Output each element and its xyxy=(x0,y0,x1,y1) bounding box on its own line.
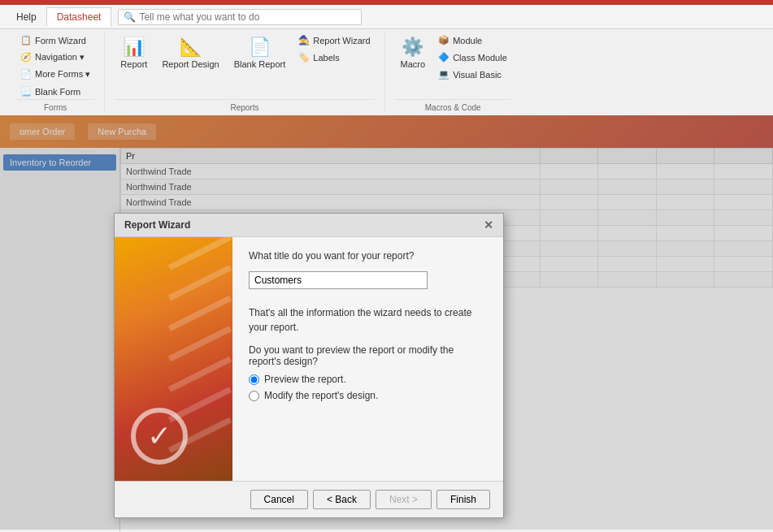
dialog-title: Report Wizard xyxy=(124,219,190,231)
reports-group-label: Reports xyxy=(115,99,374,112)
wizard-image-panel: ✓ xyxy=(115,237,232,481)
ribbon-group-forms: 📋 Form Wizard 🧭 Navigation ▾ 📄 More Form… xyxy=(7,32,105,112)
macro-button[interactable]: ⚙️ Macro xyxy=(395,32,432,73)
class-module-button[interactable]: 🔷 Class Module xyxy=(434,50,511,65)
ribbon-group-reports: 📊 Report 📐 Report Design 📄 Blank Report … xyxy=(105,32,384,112)
navigation-icon: 🧭 xyxy=(20,52,32,63)
macros-col-small: 📦 Module 🔷 Class Module 💻 Visual Basic xyxy=(434,32,511,82)
ribbon-tabs: Help Datasheet 🔍 xyxy=(0,5,773,29)
back-button[interactable]: < Back xyxy=(313,490,371,509)
macros-group-label: Macros & Code xyxy=(395,99,511,112)
report-icon: 📊 xyxy=(123,37,145,58)
blank-form-icon: 📃 xyxy=(20,86,32,97)
wizard-content: What title do you want for your report? … xyxy=(232,237,503,481)
forms-group-label: Forms xyxy=(16,99,94,112)
search-icon: 🔍 xyxy=(124,11,136,23)
radio-preview[interactable]: Preview the report. xyxy=(249,374,487,385)
dialog-footer: Cancel < Back Next > Finish xyxy=(115,481,503,517)
tab-help[interactable]: Help xyxy=(7,8,46,26)
tab-datasheet[interactable]: Datasheet xyxy=(46,7,112,27)
radio-modify-label: Modify the report's design. xyxy=(264,390,378,401)
finish-button[interactable]: Finish xyxy=(436,490,490,509)
radio-preview-input[interactable] xyxy=(249,374,259,385)
report-button[interactable]: 📊 Report xyxy=(115,32,153,73)
radio-preview-label: Preview the report. xyxy=(264,374,346,385)
radio-modify-input[interactable] xyxy=(249,391,259,401)
blank-form-button[interactable]: 📃 Blank Form xyxy=(16,84,94,99)
more-forms-icon: 📄 xyxy=(20,69,32,80)
labels-icon: 🏷️ xyxy=(298,52,310,63)
reports-col-small: 🧙 Report Wizard 🏷️ Labels xyxy=(294,32,374,65)
report-design-button[interactable]: 📐 Report Design xyxy=(156,32,224,73)
app-area: omer Order New Purcha Inventory to Reord… xyxy=(0,115,773,530)
ribbon-group-macros: ⚙️ Macro 📦 Module 🔷 Class Module 💻 Visua… xyxy=(385,32,521,112)
report-wizard-button[interactable]: 🧙 Report Wizard xyxy=(294,32,374,48)
dialog-close-button[interactable]: ✕ xyxy=(484,218,493,231)
svg-line-3 xyxy=(170,329,231,360)
dialog-titlebar: Report Wizard ✕ xyxy=(115,214,503,237)
next-button[interactable]: Next > xyxy=(376,490,432,509)
macro-icon: ⚙️ xyxy=(402,37,423,58)
ribbon-content: 📋 Form Wizard 🧭 Navigation ▾ 📄 More Form… xyxy=(0,29,773,115)
blank-report-button[interactable]: 📄 Blank Report xyxy=(228,32,292,73)
visual-basic-icon: 💻 xyxy=(438,69,449,80)
wizard-question: What title do you want for your report? xyxy=(249,250,487,262)
cancel-button[interactable]: Cancel xyxy=(250,490,308,509)
more-forms-button[interactable]: 📄 More Forms ▾ xyxy=(16,67,94,82)
radio-modify[interactable]: Modify the report's design. xyxy=(249,390,487,401)
wizard-question2: Do you want to preview the report or mod… xyxy=(249,344,487,367)
forms-buttons: 📋 Form Wizard 🧭 Navigation ▾ 📄 More Form… xyxy=(16,32,94,99)
svg-line-4 xyxy=(170,359,231,390)
visual-basic-button[interactable]: 💻 Visual Basic xyxy=(434,67,511,82)
report-title-input[interactable] xyxy=(249,271,428,289)
blank-report-icon: 📄 xyxy=(249,37,271,58)
report-design-icon: 📐 xyxy=(180,37,202,58)
forms-col: 📋 Form Wizard 🧭 Navigation ▾ 📄 More Form… xyxy=(16,32,94,99)
module-icon: 📦 xyxy=(438,35,449,45)
svg-line-1 xyxy=(170,268,231,299)
dialog-body: ✓ What title do you want for your report… xyxy=(115,237,503,481)
module-button[interactable]: 📦 Module xyxy=(434,32,511,48)
labels-button[interactable]: 🏷️ Labels xyxy=(294,50,374,65)
form-wizard-icon: 📋 xyxy=(20,35,32,45)
class-module-icon: 🔷 xyxy=(438,52,449,63)
reports-buttons: 📊 Report 📐 Report Design 📄 Blank Report … xyxy=(115,32,374,99)
macros-buttons: ⚙️ Macro 📦 Module 🔷 Class Module 💻 Visua… xyxy=(395,32,511,99)
ribbon-search-box[interactable]: 🔍 xyxy=(118,9,362,25)
checkmark-circle: ✓ xyxy=(131,408,188,465)
navigation-button[interactable]: 🧭 Navigation ▾ xyxy=(16,50,94,65)
search-input[interactable] xyxy=(139,11,356,23)
report-wizard-icon: 🧙 xyxy=(298,35,310,45)
wizard-info-text: That's all the information the wizard ne… xyxy=(249,305,487,335)
svg-line-0 xyxy=(170,237,231,268)
wizard-checkmark-decor: ✓ xyxy=(131,408,188,465)
form-wizard-button[interactable]: 📋 Form Wizard xyxy=(16,32,94,48)
svg-line-2 xyxy=(170,298,231,329)
report-wizard-dialog: Report Wizard ✕ ✓ xyxy=(114,213,504,518)
